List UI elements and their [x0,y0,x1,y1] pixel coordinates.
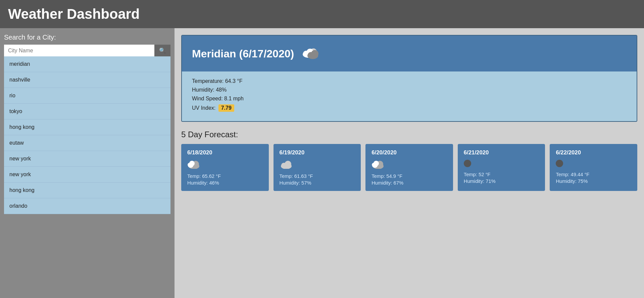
forecast-section: 5 Day Forecast: 6/18/2020 Temp: 65.62 °F… [181,130,637,191]
forecast-card: 6/22/2020 Temp: 49.44 °F Humidity: 75% [550,144,637,191]
svg-point-15 [285,161,291,167]
svg-point-12 [189,161,195,166]
city-list-item[interactable]: orlando [4,198,170,214]
forecast-icon [556,159,631,169]
forecast-icon [371,159,447,171]
forecast-date: 6/22/2020 [556,149,631,156]
humidity-row: Humidity: 48% [192,87,627,93]
forecast-humidity: Humidity: 75% [556,179,631,184]
forecast-temp: Temp: 49.44 °F [556,172,631,177]
forecast-date: 6/19/2020 [280,149,355,156]
forecast-cards: 6/18/2020 Temp: 65.62 °F Humidity: 46% 6… [181,144,637,191]
search-row: 🔍 [4,45,170,56]
forecast-card: 6/19/2020 Temp: 61.63 °F Humidity: 57% [274,144,361,191]
city-list-item[interactable]: hong kong [4,119,170,135]
uv-badge: 7.79 [218,104,234,112]
svg-point-21 [374,161,379,166]
city-list-item[interactable]: meridian [4,56,170,72]
forecast-icon [464,159,539,169]
forecast-temp: Temp: 52 °F [464,172,539,177]
temperature-row: Temperature: 64.3 °F [192,78,627,84]
forecast-humidity: Humidity: 67% [371,180,447,186]
forecast-date: 6/20/2020 [371,149,447,156]
wind-speed-row: Wind Speed: 8.1 mph [192,96,627,102]
current-weather-icon [301,46,321,62]
forecast-temp: Temp: 54.9 °F [371,173,447,179]
forecast-humidity: Humidity: 46% [187,180,263,186]
search-label: Search for a City: [4,34,170,41]
search-button[interactable]: 🔍 [154,45,170,56]
city-list-item[interactable]: eutaw [4,135,170,151]
forecast-card: 6/21/2020 Temp: 52 °F Humidity: 71% [458,144,545,191]
city-list-item[interactable]: nashville [4,72,170,88]
forecast-humidity: Humidity: 71% [464,179,539,184]
forecast-date: 6/18/2020 [187,149,263,156]
content-area: Meridian (6/17/2020) [175,28,644,298]
partly-cloudy-icon [301,46,321,59]
forecast-temp: Temp: 65.62 °F [187,173,263,179]
forecast-icon [187,159,263,171]
current-weather-details: Temperature: 64.3 °F Humidity: 48% Wind … [182,71,637,121]
city-list-item[interactable]: new york [4,151,170,167]
svg-point-6 [311,50,318,57]
search-icon: 🔍 [159,48,166,53]
forecast-humidity: Humidity: 57% [280,180,355,186]
city-list: meridiannashvilleriotokyohong kongeutawn… [4,56,170,214]
current-weather-card: Meridian (6/17/2020) [181,35,637,122]
city-list-item[interactable]: rio [4,88,170,104]
forecast-label: 5 Day Forecast: [181,130,637,139]
forecast-temp: Temp: 61.63 °F [280,173,355,179]
forecast-card: 6/18/2020 Temp: 65.62 °F Humidity: 46% [181,144,269,191]
current-city-date: Meridian (6/17/2020) [192,48,294,60]
city-list-item[interactable]: tokyo [4,104,170,119]
city-list-item[interactable]: new york [4,167,170,183]
city-list-item[interactable]: hong kong [4,183,170,198]
forecast-date: 6/21/2020 [464,149,539,156]
uv-index-row: UV Index: 7.79 [192,104,627,112]
app-header: Weather Dashboard [0,0,644,28]
current-weather-header: Meridian (6/17/2020) [182,36,637,71]
forecast-icon [280,159,355,171]
search-input[interactable] [4,45,154,56]
forecast-card: 6/20/2020 Temp: 54.9 °F Humidity: 67% [365,144,453,191]
main-layout: Search for a City: 🔍 meridiannashvilleri… [0,28,644,298]
sidebar: Search for a City: 🔍 meridiannashvilleri… [0,28,175,298]
app-title: Weather Dashboard [8,6,636,22]
